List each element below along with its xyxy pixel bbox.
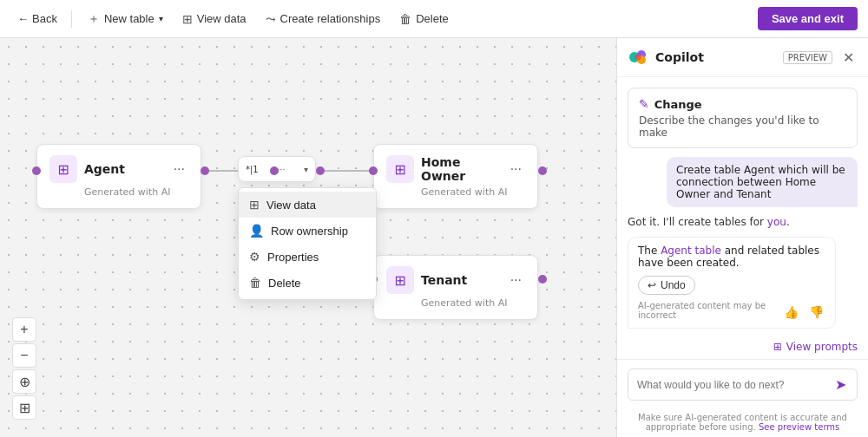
canvas[interactable]: ⊞ Agent ··· Generated with AI *|1 ··· ▾ …: [0, 38, 616, 437]
input-row: ➤: [628, 369, 858, 401]
thumbs-down-button[interactable]: 👎: [807, 303, 825, 321]
topbar-separator: [71, 10, 72, 28]
home-owner-card-header: ⊞ Home Owner ···: [386, 155, 525, 183]
copilot-logo-icon: [628, 47, 648, 68]
bot-period-1: .: [786, 216, 790, 228]
agent-card-menu-button[interactable]: ···: [170, 160, 188, 179]
agent-left-dot: [32, 166, 41, 175]
tenant-card-icon: ⊞: [386, 266, 414, 294]
home-owner-card-title: Home Owner: [421, 155, 500, 183]
change-description: Describe the changes you'd like to make: [639, 114, 846, 139]
delete-button[interactable]: 🗑 Delete: [391, 9, 457, 29]
feedback-buttons: 👍 👎: [782, 303, 825, 321]
dropdown-row-ownership[interactable]: 👤 Row ownership: [239, 218, 376, 244]
plus-icon: ＋: [88, 11, 100, 27]
user-chat-bubble: Create table Agent which will be connect…: [667, 157, 858, 207]
user-message-text: Create table Agent which will be connect…: [676, 164, 845, 200]
view-prompts-label: View prompts: [786, 341, 858, 353]
home-owner-card-icon: ⊞: [386, 155, 414, 183]
change-label: Change: [654, 98, 702, 111]
dropdown-row-ownership-label: Row ownership: [271, 225, 348, 238]
view-prompts-icon: ⊞: [773, 341, 782, 353]
bot-message-1: Got it. I'll create tables for you.: [628, 216, 858, 228]
copilot-body: ✎ Change Describe the changes you'd like…: [617, 77, 868, 359]
new-table-button[interactable]: ＋ New table ▾: [79, 8, 172, 30]
view-data-button[interactable]: ⊞ View data: [174, 9, 255, 29]
preview-badge: PREVIEW: [783, 51, 832, 64]
rel-top-left-dot: [270, 166, 279, 175]
dropdown-view-data-label: View data: [266, 199, 316, 212]
view-data-label: View data: [197, 12, 247, 25]
bot-chat-bubble: The Agent table and related tables have …: [628, 237, 836, 329]
view-prompts-row[interactable]: ⊞ View prompts: [628, 337, 858, 356]
tenant-card-header: ⊞ Tenant ···: [386, 266, 525, 294]
undo-label: Undo: [661, 279, 686, 291]
agent-card-header: ⊞ Agent ···: [49, 155, 188, 183]
change-card: ✎ Change Describe the changes you'd like…: [628, 88, 858, 148]
change-card-header: ✎ Change: [639, 97, 846, 111]
view-data-menu-icon: ⊞: [249, 198, 260, 212]
topbar-actions: ＋ New table ▾ ⊞ View data ⤳ Create relat…: [79, 7, 858, 30]
dropdown-delete-icon: 🗑: [249, 276, 261, 290]
context-menu: ⊞ View data 👤 Row ownership ⚙ Properties…: [238, 187, 377, 300]
back-button[interactable]: ← Back: [10, 9, 64, 29]
send-button[interactable]: ➤: [833, 375, 848, 395]
undo-button[interactable]: ↩ Undo: [638, 276, 695, 295]
create-relationships-button[interactable]: ⤳ Create relationships: [257, 9, 390, 29]
svg-point-7: [635, 55, 641, 61]
zoom-out-button[interactable]: −: [12, 343, 36, 368]
zoom-map-button[interactable]: ⊞: [12, 395, 36, 420]
undo-row: ↩ Undo: [638, 276, 825, 295]
agent-card-title: Agent: [84, 162, 163, 176]
rel-badge-top: *|1: [246, 165, 259, 174]
copilot-input-area: ➤: [617, 359, 868, 409]
home-owner-card: ⊞ Home Owner ··· Generated with AI: [373, 144, 538, 209]
thumbs-up-button[interactable]: 👍: [782, 303, 800, 321]
copilot-panel: Copilot PREVIEW ✕ ✎ Change Describe the …: [616, 38, 868, 437]
dropdown-properties[interactable]: ⚙ Properties: [239, 244, 376, 270]
copilot-text-input[interactable]: [637, 379, 828, 391]
create-relationships-label: Create relationships: [280, 12, 381, 25]
view-data-icon: ⊞: [182, 12, 193, 26]
dropdown-delete-label: Delete: [268, 277, 301, 290]
rel-expand-top: ▾: [304, 165, 308, 174]
tenant-card-menu-button[interactable]: ···: [507, 271, 525, 290]
rel-top-right-dot: [316, 166, 325, 175]
main-area: ⊞ Agent ··· Generated with AI *|1 ··· ▾ …: [0, 38, 868, 437]
bot-agent-highlight: Agent table: [661, 245, 721, 257]
bot-got-it: Got it. I'll create tables for: [628, 216, 767, 228]
home-owner-left-dot: [369, 166, 378, 175]
home-owner-card-menu-button[interactable]: ···: [507, 160, 525, 179]
dropdown-properties-label: Properties: [267, 251, 319, 264]
copilot-close-button[interactable]: ✕: [839, 48, 858, 68]
tenant-right-dot: [538, 275, 547, 284]
change-icon: ✎: [639, 97, 649, 111]
tenant-card-title: Tenant: [421, 273, 500, 287]
dropdown-delete[interactable]: 🗑 Delete: [239, 270, 376, 296]
delete-icon: 🗑: [399, 12, 411, 26]
agent-card-subtitle: Generated with AI: [49, 186, 188, 198]
zoom-controls: + − ⊕ ⊞: [12, 317, 36, 420]
ai-disclaimer: AI-generated content may be incorrect: [638, 301, 782, 320]
topbar-left: ← Back: [10, 9, 64, 29]
home-owner-card-subtitle: Generated with AI: [386, 186, 525, 198]
tenant-card-subtitle: Generated with AI: [386, 297, 525, 309]
new-table-label: New table: [104, 12, 155, 25]
delete-label: Delete: [416, 12, 449, 25]
footer-link[interactable]: See preview terms: [759, 422, 839, 432]
row-ownership-icon: 👤: [249, 224, 264, 238]
undo-arrow-icon: ↩: [648, 279, 656, 291]
home-owner-right-dot: [538, 166, 547, 175]
new-table-chevron-icon: ▾: [159, 14, 163, 23]
agent-card: ⊞ Agent ··· Generated with AI: [36, 144, 201, 209]
disclaimer-feedback-row: AI-generated content may be incorrect 👍 …: [638, 300, 825, 321]
save-exit-button[interactable]: Save and exit: [758, 7, 858, 30]
bot-you-highlight: you: [767, 216, 786, 228]
zoom-in-button[interactable]: +: [12, 317, 36, 342]
tenant-card: ⊞ Tenant ··· Generated with AI: [373, 255, 538, 320]
agent-card-icon: ⊞: [49, 155, 77, 183]
relationships-icon: ⤳: [266, 12, 276, 26]
zoom-reset-button[interactable]: ⊕: [12, 369, 36, 394]
bot-message-2-part1: The: [638, 245, 661, 257]
dropdown-view-data[interactable]: ⊞ View data: [239, 192, 376, 218]
